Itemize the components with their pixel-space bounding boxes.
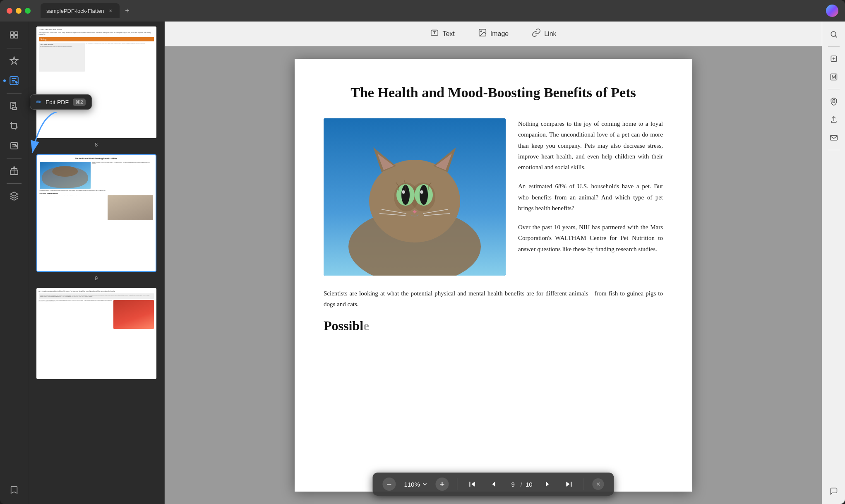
last-page-button[interactable]	[562, 478, 576, 491]
page-separator: /	[521, 481, 522, 488]
edit-pdf-tooltip: ✏ Edit PDF ⌘2	[30, 94, 92, 110]
sidebar-divider-3	[7, 158, 22, 158]
sidebar-divider-1	[7, 48, 22, 48]
close-zoom-bar-button[interactable]: ✕	[593, 478, 604, 490]
svg-line-42	[835, 36, 837, 38]
svg-rect-2	[10, 36, 14, 38]
cat-photo	[324, 118, 506, 276]
minimize-button[interactable]	[16, 8, 22, 14]
tab-close-button[interactable]: ✕	[107, 7, 114, 14]
zoom-bar: 110%	[372, 473, 614, 496]
zoom-out-button[interactable]	[382, 478, 396, 491]
sidebar-divider-2	[7, 93, 22, 94]
traffic-lights	[7, 8, 31, 14]
edit-pdf-icon-btn[interactable]	[5, 72, 23, 90]
gift-icon-btn[interactable]	[5, 162, 23, 180]
zoom-value: 110%	[404, 481, 420, 488]
tooltip-arrow	[28, 112, 61, 163]
prev-page-button[interactable]	[487, 478, 501, 491]
share-button[interactable]	[826, 112, 842, 127]
paragraph-1: Nothing compares to the joy of coming ho…	[518, 118, 663, 173]
zoom-separator-2	[584, 478, 584, 490]
svg-point-15	[480, 31, 482, 32]
image-tool-button[interactable]: Image	[473, 26, 514, 42]
paragraph-2: An estimated 68% of U.S. households have…	[518, 181, 663, 214]
link-icon	[532, 28, 541, 39]
page-organize-icon-btn[interactable]	[5, 97, 23, 115]
tooltip-shortcut: ⌘2	[73, 98, 86, 106]
sidebar-divider-4	[7, 183, 22, 184]
svg-rect-0	[10, 32, 14, 34]
thumbnail-item-10[interactable]: As is a totally respectable solution to …	[33, 288, 159, 382]
svg-rect-7	[12, 123, 17, 128]
first-page-button[interactable]	[466, 478, 479, 491]
layers-icon-btn[interactable]	[5, 187, 23, 205]
total-pages: 10	[526, 481, 533, 488]
crop-icon-btn[interactable]	[5, 117, 23, 135]
maximize-button[interactable]	[25, 8, 31, 14]
new-tab-button[interactable]: +	[121, 5, 133, 17]
thumbnail-page-10[interactable]: As is a totally respectable solution to …	[36, 288, 156, 379]
email-button[interactable]	[826, 130, 842, 146]
current-page[interactable]: 9	[509, 481, 517, 488]
image-tool-label: Image	[490, 30, 509, 38]
pdf-text-column: Nothing compares to the joy of coming ho…	[518, 118, 663, 276]
svg-rect-1	[14, 32, 18, 34]
text-tool-label: Text	[442, 30, 454, 38]
svg-point-30	[402, 190, 405, 194]
thumbnail-view-icon[interactable]	[5, 26, 23, 45]
thumbnail-item-9[interactable]: The Health and Mood-Boosting Benefits of…	[33, 154, 159, 281]
svg-point-29	[420, 185, 428, 205]
right-separator-1	[828, 46, 840, 47]
bookmark-icon-btn[interactable]	[5, 481, 23, 499]
link-tool-button[interactable]: Link	[527, 26, 561, 42]
active-tab[interactable]: samplePDF-lock-Flatten ✕	[41, 3, 120, 18]
svg-rect-3	[14, 36, 18, 38]
titlebar: samplePDF-lock-Flatten ✕ +	[0, 0, 845, 22]
page-indicator: 9 / 10	[509, 481, 533, 488]
pdf-content-row: Nothing compares to the joy of coming ho…	[324, 118, 663, 276]
possible-heading: Possible	[324, 318, 663, 334]
thumbnail-page-9[interactable]: The Health and Mood-Boosting Benefits of…	[36, 154, 156, 272]
svg-rect-9	[15, 146, 17, 147]
scan-button[interactable]	[826, 51, 842, 67]
comment-button[interactable]	[826, 483, 842, 499]
left-sidebar	[0, 22, 28, 504]
next-page-button[interactable]	[541, 478, 554, 491]
pdf-page: The Health and Mood-Boosting Benefits of…	[295, 59, 692, 492]
pdf-viewer[interactable]: The Health and Mood-Boosting Benefits of…	[165, 46, 822, 504]
right-sidebar	[822, 22, 845, 504]
svg-rect-44	[831, 74, 837, 80]
content-area: Text Image	[165, 22, 822, 504]
text-icon	[430, 28, 439, 39]
svg-point-41	[831, 31, 836, 36]
toolbar: Text Image	[165, 22, 822, 46]
cat-image	[324, 118, 506, 276]
link-tool-label: Link	[544, 30, 556, 38]
zoom-in-button[interactable]	[436, 478, 449, 491]
svg-rect-6	[12, 107, 17, 110]
zoom-separator-1	[457, 478, 458, 490]
tab-label: samplePDF-lock-Flatten	[46, 8, 104, 14]
text-tool-button[interactable]: Text	[425, 26, 459, 42]
zoom-level-selector[interactable]: 110%	[404, 481, 427, 488]
thumbnail-panel: 3. THE COMPOSITION OF POINTS The composi…	[28, 22, 165, 504]
secure-button[interactable]	[826, 94, 842, 109]
page-num-9: 9	[95, 275, 98, 281]
tab-bar: samplePDF-lock-Flatten ✕ +	[41, 3, 133, 18]
close-button[interactable]	[7, 8, 12, 14]
active-indicator	[3, 79, 6, 82]
right-separator-3	[828, 150, 840, 150]
highlight-icon-btn[interactable]	[5, 52, 23, 70]
svg-rect-46	[830, 135, 837, 140]
form-icon-btn[interactable]	[5, 137, 23, 155]
avatar	[826, 5, 838, 17]
pdf-a-button[interactable]	[826, 69, 842, 85]
search-button[interactable]	[826, 26, 842, 42]
svg-rect-4	[10, 77, 18, 85]
svg-rect-45	[833, 101, 835, 103]
image-icon	[478, 28, 487, 39]
page-num-8: 8	[95, 142, 98, 148]
main-layout: 3. THE COMPOSITION OF POINTS The composi…	[0, 22, 845, 504]
paragraph-3: Over the past 10 years, NIH has partnere…	[518, 222, 663, 254]
